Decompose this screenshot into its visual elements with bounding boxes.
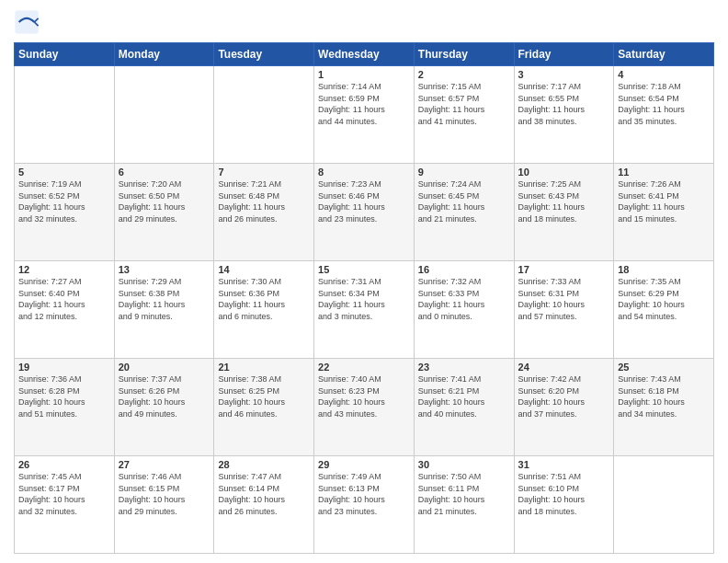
day-info: Sunrise: 7:42 AMSunset: 6:20 PMDaylight:… [518,373,610,419]
day-number: 7 [218,167,310,178]
calendar-day: 6Sunrise: 7:20 AMSunset: 6:50 PMDaylight… [114,164,214,261]
calendar-day: 8Sunrise: 7:23 AMSunset: 6:46 PMDaylight… [314,164,415,261]
day-number: 19 [18,362,110,373]
day-number: 24 [518,362,610,373]
calendar-day [15,66,115,164]
calendar-header-thursday: Thursday [414,43,514,66]
day-info: Sunrise: 7:46 AMSunset: 6:15 PMDaylight:… [119,471,210,517]
calendar-day: 25Sunrise: 7:43 AMSunset: 6:18 PMDayligh… [614,359,714,456]
calendar-day: 5Sunrise: 7:19 AMSunset: 6:52 PMDaylight… [15,164,115,261]
calendar-day: 4Sunrise: 7:18 AMSunset: 6:54 PMDaylight… [614,66,714,164]
calendar-day: 29Sunrise: 7:49 AMSunset: 6:13 PMDayligh… [314,456,415,554]
day-info: Sunrise: 7:27 AMSunset: 6:40 PMDaylight:… [18,276,110,322]
day-number: 23 [418,362,510,373]
day-number: 12 [18,264,110,275]
page-container: SundayMondayTuesdayWednesdayThursdayFrid… [0,0,728,563]
day-number: 28 [218,459,310,470]
calendar-week-5: 26Sunrise: 7:45 AMSunset: 6:17 PMDayligh… [15,456,714,554]
day-info: Sunrise: 7:40 AMSunset: 6:23 PMDaylight:… [318,373,410,419]
day-number: 1 [318,69,410,80]
day-info: Sunrise: 7:29 AMSunset: 6:38 PMDaylight:… [119,276,210,322]
calendar-day: 20Sunrise: 7:37 AMSunset: 6:26 PMDayligh… [114,359,214,456]
calendar-day: 14Sunrise: 7:30 AMSunset: 6:36 PMDayligh… [214,261,314,359]
day-number: 15 [318,264,410,275]
day-number: 17 [518,264,610,275]
calendar-header-monday: Monday [114,43,214,66]
day-info: Sunrise: 7:49 AMSunset: 6:13 PMDaylight:… [318,471,410,517]
calendar-week-1: 1Sunrise: 7:14 AMSunset: 6:59 PMDaylight… [15,66,714,164]
day-number: 30 [418,459,510,470]
day-info: Sunrise: 7:15 AMSunset: 6:57 PMDaylight:… [418,81,510,127]
day-number: 2 [418,69,510,80]
day-number: 9 [418,167,510,178]
day-info: Sunrise: 7:36 AMSunset: 6:28 PMDaylight:… [18,373,110,419]
calendar-day: 1Sunrise: 7:14 AMSunset: 6:59 PMDaylight… [314,66,415,164]
day-number: 20 [119,362,210,373]
day-info: Sunrise: 7:14 AMSunset: 6:59 PMDaylight:… [318,81,410,127]
calendar-day: 15Sunrise: 7:31 AMSunset: 6:34 PMDayligh… [314,261,415,359]
day-info: Sunrise: 7:23 AMSunset: 6:46 PMDaylight:… [318,178,410,224]
header [14,9,714,35]
calendar-day: 26Sunrise: 7:45 AMSunset: 6:17 PMDayligh… [15,456,115,554]
calendar-header-friday: Friday [514,43,614,66]
day-info: Sunrise: 7:37 AMSunset: 6:26 PMDaylight:… [119,373,210,419]
day-info: Sunrise: 7:25 AMSunset: 6:43 PMDaylight:… [518,178,610,224]
day-info: Sunrise: 7:30 AMSunset: 6:36 PMDaylight:… [218,276,310,322]
calendar-day [614,456,714,554]
day-number: 25 [618,362,710,373]
day-info: Sunrise: 7:41 AMSunset: 6:21 PMDaylight:… [418,373,510,419]
calendar-day: 2Sunrise: 7:15 AMSunset: 6:57 PMDaylight… [414,66,514,164]
day-number: 6 [119,167,210,178]
calendar-day: 22Sunrise: 7:40 AMSunset: 6:23 PMDayligh… [314,359,415,456]
day-number: 5 [18,167,110,178]
day-info: Sunrise: 7:47 AMSunset: 6:14 PMDaylight:… [218,471,310,517]
day-info: Sunrise: 7:31 AMSunset: 6:34 PMDaylight:… [318,276,410,322]
calendar-day: 31Sunrise: 7:51 AMSunset: 6:10 PMDayligh… [514,456,614,554]
day-info: Sunrise: 7:20 AMSunset: 6:50 PMDaylight:… [119,178,210,224]
calendar-day: 16Sunrise: 7:32 AMSunset: 6:33 PMDayligh… [414,261,514,359]
day-info: Sunrise: 7:38 AMSunset: 6:25 PMDaylight:… [218,373,310,419]
day-number: 29 [318,459,410,470]
day-info: Sunrise: 7:43 AMSunset: 6:18 PMDaylight:… [618,373,710,419]
day-info: Sunrise: 7:18 AMSunset: 6:54 PMDaylight:… [618,81,710,127]
day-info: Sunrise: 7:50 AMSunset: 6:11 PMDaylight:… [418,471,510,517]
day-number: 21 [218,362,310,373]
day-info: Sunrise: 7:33 AMSunset: 6:31 PMDaylight:… [518,276,610,322]
calendar-week-3: 12Sunrise: 7:27 AMSunset: 6:40 PMDayligh… [15,261,714,359]
day-info: Sunrise: 7:26 AMSunset: 6:41 PMDaylight:… [618,178,710,224]
day-number: 3 [518,69,610,80]
day-info: Sunrise: 7:24 AMSunset: 6:45 PMDaylight:… [418,178,510,224]
calendar-day: 9Sunrise: 7:24 AMSunset: 6:45 PMDaylight… [414,164,514,261]
calendar-day: 13Sunrise: 7:29 AMSunset: 6:38 PMDayligh… [114,261,214,359]
calendar-day: 17Sunrise: 7:33 AMSunset: 6:31 PMDayligh… [514,261,614,359]
day-info: Sunrise: 7:35 AMSunset: 6:29 PMDaylight:… [618,276,710,322]
day-info: Sunrise: 7:17 AMSunset: 6:55 PMDaylight:… [518,81,610,127]
calendar-day: 23Sunrise: 7:41 AMSunset: 6:21 PMDayligh… [414,359,514,456]
calendar-day: 28Sunrise: 7:47 AMSunset: 6:14 PMDayligh… [214,456,314,554]
day-number: 14 [218,264,310,275]
calendar-header-saturday: Saturday [614,43,714,66]
calendar-day: 21Sunrise: 7:38 AMSunset: 6:25 PMDayligh… [214,359,314,456]
day-number: 27 [119,459,210,470]
calendar-header-wednesday: Wednesday [314,43,415,66]
calendar-header-sunday: Sunday [15,43,115,66]
day-number: 18 [618,264,710,275]
day-number: 11 [618,167,710,178]
day-info: Sunrise: 7:51 AMSunset: 6:10 PMDaylight:… [518,471,610,517]
day-info: Sunrise: 7:45 AMSunset: 6:17 PMDaylight:… [18,471,110,517]
calendar-header-tuesday: Tuesday [214,43,314,66]
day-number: 8 [318,167,410,178]
calendar-day: 11Sunrise: 7:26 AMSunset: 6:41 PMDayligh… [614,164,714,261]
calendar-day: 24Sunrise: 7:42 AMSunset: 6:20 PMDayligh… [514,359,614,456]
day-info: Sunrise: 7:19 AMSunset: 6:52 PMDaylight:… [18,178,110,224]
logo-icon [14,9,40,35]
day-number: 26 [18,459,110,470]
calendar-day: 3Sunrise: 7:17 AMSunset: 6:55 PMDaylight… [514,66,614,164]
calendar-week-4: 19Sunrise: 7:36 AMSunset: 6:28 PMDayligh… [15,359,714,456]
calendar-day: 19Sunrise: 7:36 AMSunset: 6:28 PMDayligh… [15,359,115,456]
day-info: Sunrise: 7:21 AMSunset: 6:48 PMDaylight:… [218,178,310,224]
day-number: 16 [418,264,510,275]
calendar-day: 30Sunrise: 7:50 AMSunset: 6:11 PMDayligh… [414,456,514,554]
calendar-day: 27Sunrise: 7:46 AMSunset: 6:15 PMDayligh… [114,456,214,554]
calendar-day: 7Sunrise: 7:21 AMSunset: 6:48 PMDaylight… [214,164,314,261]
